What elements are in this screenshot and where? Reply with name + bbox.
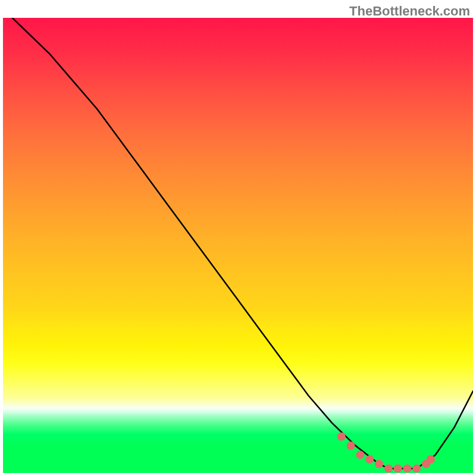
attribution-text: TheBottleneck.com [349,4,470,19]
bottleneck-chart [3,18,473,473]
optimal-marker [356,450,364,459]
curve-layer [3,18,473,473]
optimal-marker [412,464,421,472]
bottleneck-curve-path [3,18,473,468]
optimal-marker [375,460,383,468]
optimal-marker [384,464,393,472]
optimal-marker [403,464,411,472]
optimal-marker [347,441,355,450]
optimal-marker [394,464,402,472]
optimal-marker [427,455,435,464]
optimal-marker [337,433,346,441]
optimal-marker [365,455,374,464]
plot-area [3,18,473,473]
